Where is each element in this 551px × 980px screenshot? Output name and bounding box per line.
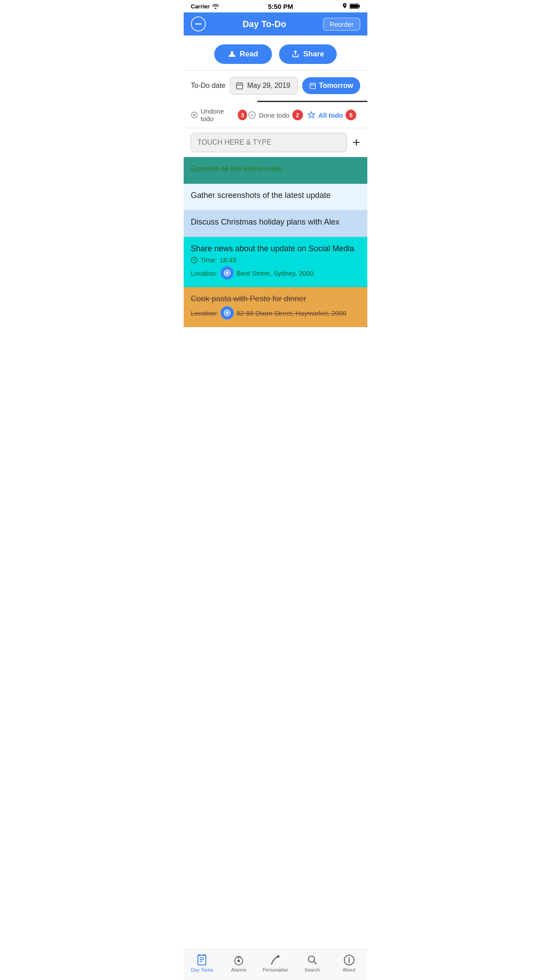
- svg-rect-3: [350, 4, 358, 8]
- task-title: Discuss Christmas holiday plans with Ale…: [191, 217, 339, 226]
- read-button[interactable]: Read: [214, 44, 272, 64]
- task-item[interactable]: Commit all the latest code: [184, 157, 367, 184]
- svg-rect-11: [310, 83, 315, 89]
- task-title: Cook pasta with Pesto for dinner: [191, 294, 306, 303]
- location-value: Bent Street, Sydney, 2000: [236, 269, 314, 277]
- date-input[interactable]: May 29, 2019: [230, 77, 298, 95]
- filter-undone-label: Undone todo: [201, 107, 235, 122]
- location-active-icon: [342, 3, 347, 9]
- task-title: Commit all the latest code: [191, 164, 283, 173]
- svg-point-23: [226, 312, 228, 314]
- task-item[interactable]: Cook pasta with Pesto for dinner Locatio…: [184, 287, 367, 327]
- minus-button[interactable]: [191, 16, 206, 32]
- clock-icon: [191, 257, 198, 264]
- task-title: Gather screenshots of the latest update: [191, 191, 331, 200]
- location-icon: [220, 266, 234, 280]
- undone-icon: [191, 111, 198, 119]
- battery-icon: [350, 4, 360, 9]
- calendar-icon-small: [236, 82, 244, 90]
- nav-bar: Day To-Do Reorder: [184, 12, 367, 36]
- task-location: Location: 82-88 Dixon Street, Haymarket,…: [191, 306, 360, 320]
- svg-point-5: [231, 51, 233, 54]
- share-label: Share: [303, 50, 324, 59]
- task-location: Location: Bent Street, Sydney, 2000: [191, 266, 360, 280]
- action-buttons-row: Read Share: [184, 36, 367, 70]
- minus-icon: [194, 20, 203, 28]
- svg-rect-7: [237, 83, 243, 89]
- filter-all-label: All todo: [318, 111, 343, 119]
- svg-rect-2: [359, 5, 360, 7]
- filter-tab-undone[interactable]: Undone todo 3: [191, 107, 247, 122]
- location-icon-2: [220, 306, 234, 320]
- filter-tab-done[interactable]: Done todo 2: [247, 110, 303, 120]
- add-task-input[interactable]: [191, 133, 347, 152]
- location-label: Location:: [191, 269, 218, 277]
- share-button[interactable]: Share: [279, 44, 337, 64]
- share-icon: [291, 50, 299, 58]
- filter-tab-all[interactable]: All todo 5: [304, 110, 360, 120]
- done-icon: [248, 111, 256, 119]
- task-time-value: 18:45: [220, 256, 236, 264]
- task-title: Share news about the update on Social Me…: [191, 244, 354, 253]
- person-icon: [228, 50, 236, 58]
- date-underline: [257, 101, 367, 102]
- task-item[interactable]: Share news about the update on Social Me…: [184, 237, 367, 287]
- carrier-text: Carrier: [191, 3, 210, 10]
- svg-point-20: [226, 272, 228, 274]
- wifi-icon: [212, 4, 219, 9]
- filter-done-label: Done todo: [259, 111, 289, 119]
- tomorrow-label: Tomorrow: [319, 82, 353, 90]
- date-row: To-Do date May 29, 2019 Tomorrow: [184, 71, 367, 101]
- read-label: Read: [240, 50, 258, 59]
- status-left: Carrier: [191, 3, 219, 10]
- location-label-2: Location:: [191, 309, 218, 317]
- date-value: May 29, 2019: [247, 82, 290, 90]
- task-time: Time: 18:45: [191, 256, 360, 264]
- svg-point-0: [215, 8, 216, 9]
- task-item[interactable]: Discuss Christmas holiday plans with Ale…: [184, 210, 367, 237]
- status-time: 5:50 PM: [268, 3, 293, 10]
- filter-tabs: Undone todo 3 Done todo 2 All todo 5: [184, 102, 367, 128]
- nav-title: Day To-Do: [243, 19, 287, 29]
- all-badge: 5: [346, 110, 356, 120]
- calendar-icon-tomorrow: [309, 82, 316, 89]
- task-time-label: Time:: [201, 256, 217, 264]
- reorder-button[interactable]: Reorder: [323, 18, 360, 31]
- undone-badge: 3: [238, 110, 248, 120]
- status-bar: Carrier 5:50 PM: [184, 0, 367, 12]
- add-task-plus[interactable]: +: [352, 136, 360, 149]
- all-icon: [307, 111, 315, 119]
- status-right: [342, 3, 360, 9]
- tomorrow-button[interactable]: Tomorrow: [302, 77, 360, 94]
- svg-point-18: [249, 112, 256, 119]
- location-value-2: 82-88 Dixon Street, Haymarket, 2000: [236, 309, 346, 317]
- done-badge: 2: [292, 110, 303, 120]
- date-row-label: To-Do date: [191, 82, 225, 90]
- add-task-row: +: [184, 128, 367, 157]
- task-item[interactable]: Gather screenshots of the latest update: [184, 184, 367, 210]
